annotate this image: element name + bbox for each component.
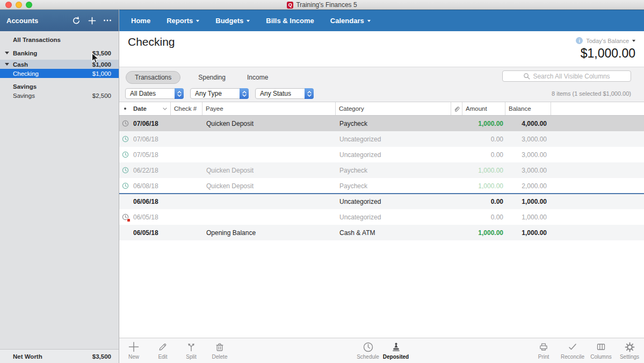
table-row[interactable]: 06/05/18 Opening Balance Cash & ATM 1,00… <box>119 225 644 240</box>
check-icon <box>558 341 587 353</box>
transaction-list: 07/06/18 Quicken Deposit Paycheck 1,000.… <box>119 116 644 240</box>
sidebar-item-savings-account[interactable]: Savings $2,500 <box>0 91 119 100</box>
tab-income[interactable]: Income <box>243 71 272 84</box>
amount-cell: 0.00 <box>462 131 505 147</box>
balance-cell: 3,000.00 <box>505 147 551 162</box>
delete-button[interactable]: Delete <box>205 341 234 360</box>
columns-button[interactable]: Columns <box>587 341 616 360</box>
check-cell <box>171 225 202 240</box>
sidebar-item-checking[interactable]: Checking $1,000 <box>0 69 119 78</box>
info-icon[interactable]: i <box>576 37 583 44</box>
chevron-down-icon[interactable] <box>632 40 635 42</box>
sidebar-item-all-transactions[interactable]: All Transactions <box>0 35 119 44</box>
attachment-cell <box>451 116 462 131</box>
check-column-header[interactable]: Check # <box>171 102 202 115</box>
sort-chevron-icon <box>163 108 167 110</box>
attachment-cell <box>451 162 462 178</box>
amount-cell: 1,000.00 <box>462 225 505 240</box>
alert-badge-icon <box>127 218 131 222</box>
status-filter-select[interactable]: Any Status <box>255 88 314 99</box>
table-row[interactable]: 06/06/18 Uncategorized 0.00 1,000.00 <box>119 194 644 209</box>
edit-button[interactable]: Edit <box>148 341 177 360</box>
search-input[interactable]: Search All Visible Columns <box>502 70 631 82</box>
balance-cell: 2,000.00 <box>505 178 551 194</box>
attachment-column-header[interactable] <box>451 102 462 115</box>
reconcile-button[interactable]: Reconcile <box>558 341 587 360</box>
nav-item-calendars[interactable]: Calendars <box>330 17 371 25</box>
pending-clock-icon <box>122 120 129 127</box>
table-row[interactable]: 07/06/18 Uncategorized 0.00 3,000.00 <box>119 131 644 147</box>
check-cell <box>171 178 202 194</box>
new-button[interactable]: New <box>119 341 148 360</box>
deposited-button[interactable]: Deposited <box>381 341 410 360</box>
date-filter-select[interactable]: All Dates <box>125 88 184 99</box>
amount-cell: 1,000.00 <box>462 162 505 178</box>
page-title: Checking <box>128 35 175 48</box>
select-chevrons-icon <box>305 88 314 99</box>
table-row[interactable]: 07/05/18 Uncategorized 0.00 3,000.00 <box>119 147 644 162</box>
balance-cell: 1,000.00 <box>505 225 551 240</box>
date-cell: 06/05/18 <box>131 209 171 225</box>
extra-column-header <box>551 102 644 115</box>
tab-spending[interactable]: Spending <box>194 71 229 84</box>
amount-cell: 0.00 <box>462 209 505 225</box>
date-cell: 06/05/18 <box>131 225 171 240</box>
date-cell: 07/06/18 <box>131 131 171 147</box>
attachment-cell <box>451 225 462 240</box>
items-summary: 8 items (1 selected $1,000.00) <box>552 90 631 97</box>
stamp-icon <box>381 341 410 353</box>
nav-item-home[interactable]: Home <box>131 17 150 25</box>
schedule-button[interactable]: Schedule <box>353 341 382 360</box>
bottom-toolbar: New Edit Split Delete Schedule Deposited <box>119 338 644 363</box>
sidebar-item-cash[interactable]: Cash $1,000 <box>0 60 119 69</box>
sidebar-item-savings-group[interactable]: Savings <box>0 82 119 91</box>
table-row[interactable]: 06/05/18 Uncategorized 0.00 1,000.00 <box>119 209 644 225</box>
balance-column-header[interactable]: Balance <box>505 102 551 115</box>
status-column-header[interactable] <box>119 102 131 115</box>
window-title: Training's Finances 5 <box>296 1 357 9</box>
nav-item-reports[interactable]: Reports <box>167 17 199 25</box>
attachment-cell <box>451 194 462 209</box>
date-column-header[interactable]: Date <box>131 102 171 115</box>
trash-icon <box>205 341 234 353</box>
sidebar-item-banking[interactable]: Banking $3,500 <box>0 48 119 58</box>
split-button[interactable]: Split <box>177 341 206 360</box>
category-cell: Paycheck <box>336 178 451 194</box>
amount-cell: 1,000.00 <box>462 116 505 131</box>
amount-cell: 0.00 <box>462 147 505 162</box>
refresh-icon[interactable] <box>71 16 81 25</box>
check-cell <box>171 162 202 178</box>
status-dot-icon <box>124 108 126 110</box>
check-cell <box>171 116 202 131</box>
more-options-icon[interactable] <box>103 16 112 25</box>
tab-transactions[interactable]: Transactions <box>126 71 180 84</box>
print-button[interactable]: Print <box>529 341 558 360</box>
balance-cell: 1,000.00 <box>505 209 551 225</box>
attachment-cell <box>451 131 462 147</box>
gear-icon <box>615 341 644 353</box>
table-row[interactable]: 07/06/18 Quicken Deposit Paycheck 1,000.… <box>119 116 644 131</box>
balance-cell: 3,000.00 <box>505 131 551 147</box>
settings-button[interactable]: Settings <box>615 341 644 360</box>
check-cell <box>171 209 202 225</box>
attachment-cell <box>451 178 462 194</box>
category-column-header[interactable]: Category <box>336 102 451 115</box>
type-filter-select[interactable]: Any Type <box>190 88 249 99</box>
disclosure-triangle-icon[interactable] <box>5 63 9 66</box>
pending-clock-icon <box>122 182 129 189</box>
chevron-down-icon <box>367 20 371 22</box>
payee-column-header[interactable]: Payee <box>202 102 336 115</box>
payee-cell: Quicken Deposit <box>202 116 336 131</box>
window-titlebar: Q Training's Finances 5 <box>0 0 644 10</box>
nav-item-budgets[interactable]: Budgets <box>215 17 250 25</box>
table-row[interactable]: 06/08/18 Quicken Deposit Paycheck 1,000.… <box>119 178 644 194</box>
nav-item-bills-income[interactable]: Bills & Income <box>266 17 314 25</box>
balance-label[interactable]: Today's Balance <box>586 38 629 44</box>
payee-cell <box>202 147 336 162</box>
amount-column-header[interactable]: Amount <box>462 102 505 115</box>
add-account-icon[interactable] <box>87 16 97 25</box>
disclosure-triangle-icon[interactable] <box>5 52 9 54</box>
search-placeholder: Search All Visible Columns <box>533 73 610 80</box>
table-row[interactable]: 06/22/18 Quicken Deposit Paycheck 1,000.… <box>119 162 644 178</box>
select-chevrons-icon <box>240 88 249 99</box>
